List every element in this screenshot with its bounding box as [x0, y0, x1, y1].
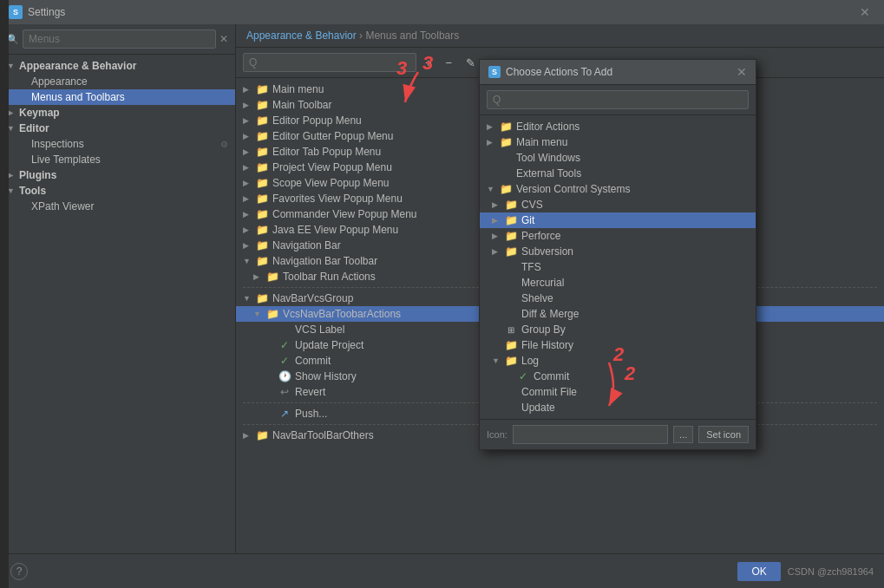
- set-icon-button[interactable]: Set icon: [698, 426, 749, 443]
- dialog-item-commit-file[interactable]: Commit File: [480, 384, 756, 400]
- bottom-right: OK CSDN @zch981964: [737, 562, 874, 581]
- ok-button[interactable]: OK: [737, 562, 780, 581]
- dialog-item-external-tools[interactable]: External Tools: [480, 166, 756, 181]
- edit-button[interactable]: ✎: [461, 54, 481, 72]
- check-icon: ✓: [278, 339, 291, 351]
- dialog-search-input[interactable]: [487, 90, 749, 109]
- search-clear-icon[interactable]: ✕: [219, 33, 228, 45]
- expand-arrow-icon: ▶: [243, 179, 255, 187]
- dialog-item-cvs[interactable]: ▶ 📁 CVS: [480, 197, 756, 212]
- dialog-item-mercurial[interactable]: Mercurial: [480, 275, 756, 291]
- expand-arrow-icon: ▶: [243, 210, 255, 219]
- expand-arrow-icon: ▼: [492, 356, 504, 365]
- expand-arrow-icon: ▼: [243, 257, 255, 265]
- dialog-item-log[interactable]: ▼ 📁 Log: [480, 353, 756, 369]
- expand-arrow-icon: ▼: [253, 310, 265, 318]
- left-search-bar: 🔍 ✕: [0, 24, 235, 55]
- item-icon: [504, 386, 518, 398]
- branding: CSDN @zch981964: [788, 566, 874, 577]
- app-icon: S: [9, 5, 23, 19]
- folder-icon: 📁: [504, 199, 518, 211]
- sidebar-item-appearance-behavior[interactable]: ▼ Appearance & Behavior: [0, 58, 235, 74]
- dialog-item-update[interactable]: Update: [480, 400, 756, 415]
- title-bar-content: S Settings: [9, 5, 65, 19]
- folder-icon: 📁: [255, 161, 269, 173]
- sidebar-item-xpath-viewer[interactable]: XPath Viewer: [0, 199, 235, 214]
- dialog-item-subversion[interactable]: ▶ 📁 Subversion: [480, 244, 756, 259]
- sidebar-item-inspections[interactable]: Inspections ⚙: [0, 136, 235, 152]
- dialog-item-shelve[interactable]: Shelve: [480, 291, 756, 306]
- title-bar: S Settings ✕: [0, 0, 884, 24]
- item-icon: [504, 292, 518, 304]
- expand-arrow-icon: ▶: [243, 225, 255, 234]
- dialog-search-bar: [480, 85, 756, 115]
- expand-arrow-icon: ▼: [7, 62, 19, 70]
- folder-icon: 📁: [504, 230, 518, 242]
- expand-arrow-icon: ▼: [243, 294, 255, 303]
- item-icon: [504, 277, 518, 289]
- close-button[interactable]: ✕: [855, 3, 875, 21]
- icon-label: Icon:: [487, 429, 507, 440]
- sidebar-item-plugins[interactable]: ▶ Plugins: [0, 167, 235, 183]
- dialog-item-file-history[interactable]: 📁 File History: [480, 337, 756, 353]
- dialog-item-group-by[interactable]: ⊞ Group By: [480, 322, 756, 337]
- dialog-tree: ▶ 📁 Editor Actions ▶ 📁 Main menu Tool Wi…: [480, 115, 756, 419]
- folder-icon: 📁: [255, 429, 269, 441]
- folder-icon: 📁: [255, 224, 269, 236]
- expand-arrow-icon: ▶: [243, 132, 255, 140]
- dialog-item-main-menu[interactable]: ▶ 📁 Main menu: [480, 134, 756, 150]
- folder-icon: 📁: [255, 83, 269, 95]
- breadcrumb-link[interactable]: Appearance & Behavior: [246, 29, 357, 42]
- folder-icon: 📁: [255, 292, 269, 304]
- dialog-item-git[interactable]: ▶ 📁 Git: [480, 212, 756, 228]
- sidebar-item-menus-toolbars[interactable]: Menus and Toolbars: [0, 89, 235, 105]
- dialog-icon: S: [488, 66, 501, 78]
- icon-input[interactable]: [513, 425, 668, 444]
- main-layout: 🔍 ✕ ▼ Appearance & Behavior Appearance M…: [0, 24, 884, 553]
- left-search-input[interactable]: [23, 29, 216, 49]
- expand-arrow-icon: ▶: [243, 431, 255, 440]
- expand-arrow-icon: ▼: [487, 185, 499, 193]
- help-button[interactable]: ?: [10, 563, 28, 580]
- dialog-item-editor-actions[interactable]: ▶ 📁 Editor Actions: [480, 119, 756, 134]
- remove-button[interactable]: −: [441, 54, 458, 72]
- dialog-item-perforce[interactable]: ▶ 📁 Perforce: [480, 228, 756, 244]
- expand-arrow-icon: ▶: [243, 163, 255, 172]
- folder-icon: 📁: [504, 355, 518, 367]
- item-icon: [504, 261, 518, 273]
- dialog-close-button[interactable]: ✕: [737, 65, 747, 79]
- expand-arrow-icon: ▶: [492, 216, 504, 225]
- folder-icon: 📁: [265, 271, 279, 283]
- expand-arrow-icon: ▶: [487, 122, 499, 131]
- folder-icon: 📁: [255, 177, 269, 189]
- add-button[interactable]: +: [420, 54, 437, 72]
- dialog-item-tool-windows[interactable]: Tool Windows: [480, 150, 756, 166]
- dialog-item-tfs[interactable]: TFS: [480, 259, 756, 275]
- item-icon: [499, 167, 513, 180]
- content-search-input[interactable]: [243, 53, 416, 72]
- sidebar-item-editor[interactable]: ▼ Editor: [0, 121, 235, 136]
- sidebar-item-live-templates[interactable]: Live Templates: [0, 152, 235, 167]
- expand-arrow-icon: ▶: [492, 247, 504, 256]
- left-tree: ▼ Appearance & Behavior Appearance Menus…: [0, 55, 235, 553]
- left-edge-strip: [0, 0, 9, 588]
- sidebar-item-tools[interactable]: ▼ Tools: [0, 183, 235, 199]
- browse-button[interactable]: ...: [673, 426, 693, 443]
- dialog-title: S Choose Actions To Add: [488, 66, 612, 78]
- dialog-item-diff-merge[interactable]: Diff & Merge: [480, 306, 756, 322]
- dialog-title-bar: S Choose Actions To Add ✕: [480, 60, 756, 85]
- sidebar-item-keymap[interactable]: ▶ Keymap: [0, 105, 235, 121]
- dialog-bottom-bar: Icon: ... Set icon: [480, 419, 756, 449]
- dialog-item-commit[interactable]: ✓ Commit: [480, 369, 756, 384]
- sidebar-item-appearance[interactable]: Appearance: [0, 74, 235, 89]
- dialog-item-vcs[interactable]: ▼ 📁 Version Control Systems: [480, 181, 756, 197]
- item-icon: [504, 417, 518, 419]
- expand-arrow-icon: ▶: [7, 171, 19, 180]
- search-icon: 🔍: [7, 34, 19, 45]
- bottom-left: ?: [10, 563, 28, 580]
- push-icon: ↗: [278, 408, 291, 420]
- clock-icon: 🕐: [278, 370, 291, 382]
- expand-arrow-icon: ▼: [7, 124, 19, 133]
- expand-arrow-icon: ▶: [492, 200, 504, 209]
- expand-arrow-icon: ▶: [243, 147, 255, 156]
